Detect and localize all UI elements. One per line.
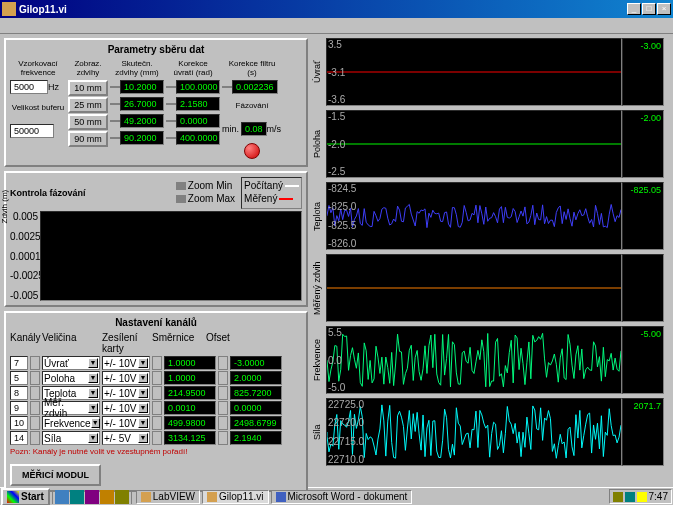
chan-velicina[interactable]: Frekvence▼ bbox=[42, 416, 100, 430]
zdvih-btn-50[interactable]: 50 mm bbox=[68, 114, 108, 130]
zdvih-btn-90[interactable]: 90 mm bbox=[68, 131, 108, 147]
zdvih-btn-25[interactable]: 25 mm bbox=[68, 97, 108, 113]
signal-value: -5.00 bbox=[622, 326, 664, 394]
warning-text: Pozn: Kanály je nutné volit ve vzestupné… bbox=[10, 447, 302, 456]
signal-label: Poloha bbox=[312, 110, 326, 178]
kor-1[interactable]: 2.1580 bbox=[176, 97, 220, 111]
channel-row: 7 Úvrať▼ +/- 10V▼ 1.0000 -3.0000 bbox=[10, 356, 302, 370]
minimize-button[interactable]: _ bbox=[627, 3, 641, 15]
maximize-button[interactable]: □ bbox=[642, 3, 656, 15]
skut-2[interactable]: 49.2000 bbox=[120, 114, 164, 128]
chan-num[interactable]: 5 bbox=[10, 371, 28, 385]
skut-0[interactable]: 10.2000 bbox=[120, 80, 164, 94]
chan-velicina[interactable]: Měř. zdvih▼ bbox=[42, 401, 100, 415]
signal-graph: -1.5-2.0-2.5 bbox=[326, 110, 622, 178]
chan-zesileni[interactable]: +/- 10V▼ bbox=[102, 371, 150, 385]
channel-row: 5 Poloha▼ +/- 10V▼ 1.0000 2.0000 bbox=[10, 371, 302, 385]
chan-smernice[interactable]: 3134.125 bbox=[164, 431, 216, 445]
params-panel: Parametry sběru dat Vzorkovací frekvence… bbox=[4, 38, 308, 167]
chan-smernice[interactable]: 1.0000 bbox=[164, 356, 216, 370]
channel-row: 10 Frekvence▼ +/- 10V▼ 499.9800 2498.679… bbox=[10, 416, 302, 430]
chan-num[interactable]: 9 bbox=[10, 401, 28, 415]
chan-ofset[interactable]: 2498.6799 bbox=[230, 416, 282, 430]
kontrola-graph bbox=[40, 211, 302, 301]
close-button[interactable]: × bbox=[657, 3, 671, 15]
chan-num[interactable]: 14 bbox=[10, 431, 28, 445]
skut-3[interactable]: 90.2000 bbox=[120, 131, 164, 145]
chan-ofset[interactable]: 0.0000 bbox=[230, 401, 282, 415]
signal-graph bbox=[326, 254, 622, 322]
signal-row-poloha: Poloha -1.5-2.0-2.5 -2.00 bbox=[312, 110, 664, 178]
task-labview[interactable]: LabVIEW bbox=[136, 490, 200, 504]
window-title: Gilop11.vi bbox=[19, 4, 626, 15]
signal-graph: 3.5-3.1-3.6 bbox=[326, 38, 622, 106]
kor-3[interactable]: 400.0000 bbox=[176, 131, 220, 145]
nastaveni-panel: Nastavení kanálů Kanály Veličina Zesílen… bbox=[4, 311, 308, 492]
task-word[interactable]: Microsoft Word - dokument bbox=[271, 490, 413, 504]
signal-label: Úvrať bbox=[312, 38, 326, 106]
signal-value: 2071.7 bbox=[622, 398, 664, 466]
chan-smernice[interactable]: 0.0010 bbox=[164, 401, 216, 415]
chan-ofset[interactable]: 2.0000 bbox=[230, 371, 282, 385]
chan-zesileni[interactable]: +/- 10V▼ bbox=[102, 386, 150, 400]
vzorkovaci-label: Vzorkovací frekvence bbox=[10, 59, 66, 77]
chan-zesileni[interactable]: +/- 10V▼ bbox=[102, 401, 150, 415]
signal-value: -2.00 bbox=[622, 110, 664, 178]
params-title: Parametry sběru dat bbox=[10, 44, 302, 55]
signal-row-menzdvih: Měřený zdvih bbox=[312, 254, 664, 322]
task-gilop[interactable]: Gilop11.vi bbox=[202, 490, 268, 504]
fazovani-led bbox=[244, 143, 260, 159]
kontrola-panel: Kontrola fázování Zoom Min Zoom Max Počí… bbox=[4, 171, 308, 307]
vzorkovaci-input[interactable] bbox=[10, 80, 48, 94]
start-button[interactable]: Start bbox=[1, 488, 50, 506]
signal-label: Měřený zdvih bbox=[312, 254, 326, 322]
chan-zesileni[interactable]: +/- 10V▼ bbox=[102, 356, 150, 370]
signal-label: Teplota bbox=[312, 182, 326, 250]
signal-value: -3.00 bbox=[622, 38, 664, 106]
signal-row-sla: Síla 22725.022720.022715.022710.0 2071.7 bbox=[312, 398, 664, 466]
channel-row: 14 Síla▼ +/- 5V▼ 3134.125 2.1940 bbox=[10, 431, 302, 445]
chan-ofset[interactable]: 825.7200 bbox=[230, 386, 282, 400]
korekce-filtru[interactable]: 0.002236 bbox=[232, 80, 278, 94]
velikost-label: Velikost buferu bbox=[10, 103, 66, 121]
system-tray[interactable]: 7:47 bbox=[609, 489, 672, 504]
taskbar: Start LabVIEW Gilop11.vi Microsoft Word … bbox=[0, 487, 673, 505]
fazovani-val[interactable]: 0.08 bbox=[241, 122, 267, 136]
signal-label: Síla bbox=[312, 398, 326, 466]
chan-zesileni[interactable]: +/- 5V▼ bbox=[102, 431, 150, 445]
signal-value bbox=[622, 254, 664, 322]
chan-smernice[interactable]: 1.0000 bbox=[164, 371, 216, 385]
signal-graph: 5.50.0-5.0 bbox=[326, 326, 622, 394]
chan-ofset[interactable]: 2.1940 bbox=[230, 431, 282, 445]
signal-graph: -824.5-825.0-825.5-826.0 bbox=[326, 182, 622, 250]
chan-num[interactable]: 8 bbox=[10, 386, 28, 400]
chan-ofset[interactable]: -3.0000 bbox=[230, 356, 282, 370]
signal-row-vra: Úvrať 3.5-3.1-3.6 -3.00 bbox=[312, 38, 664, 106]
quick-launch[interactable] bbox=[55, 490, 129, 504]
menu-bar bbox=[0, 18, 673, 34]
signal-graph: 22725.022720.022715.022710.0 bbox=[326, 398, 622, 466]
chan-num[interactable]: 7 bbox=[10, 356, 28, 370]
app-icon bbox=[2, 2, 16, 16]
skut-1[interactable]: 26.7000 bbox=[120, 97, 164, 111]
chan-smernice[interactable]: 214.9500 bbox=[164, 386, 216, 400]
signal-value: -825.05 bbox=[622, 182, 664, 250]
kor-2[interactable]: 0.0000 bbox=[176, 114, 220, 128]
chan-smernice[interactable]: 499.9800 bbox=[164, 416, 216, 430]
title-bar: Gilop11.vi _ □ × bbox=[0, 0, 673, 18]
chan-velicina[interactable]: Síla▼ bbox=[42, 431, 100, 445]
kor-0[interactable]: 100.0000 bbox=[176, 80, 220, 94]
chan-velicina[interactable]: Poloha▼ bbox=[42, 371, 100, 385]
chan-velicina[interactable]: Úvrať▼ bbox=[42, 356, 100, 370]
signal-row-teplota: Teplota -824.5-825.0-825.5-826.0 -825.05 bbox=[312, 182, 664, 250]
velikost-input[interactable] bbox=[10, 124, 54, 138]
chan-zesileni[interactable]: +/- 10V▼ bbox=[102, 416, 150, 430]
zdvih-btn-10[interactable]: 10 mm bbox=[68, 80, 108, 96]
signal-label: Frekvence bbox=[312, 326, 326, 394]
chan-num[interactable]: 10 bbox=[10, 416, 28, 430]
merici-modul-button[interactable]: MĚŘICÍ MODUL bbox=[10, 464, 101, 486]
channel-row: 9 Měř. zdvih▼ +/- 10V▼ 0.0010 0.0000 bbox=[10, 401, 302, 415]
signal-row-frekvence: Frekvence 5.50.0-5.0 -5.00 bbox=[312, 326, 664, 394]
clock: 7:47 bbox=[649, 491, 668, 502]
